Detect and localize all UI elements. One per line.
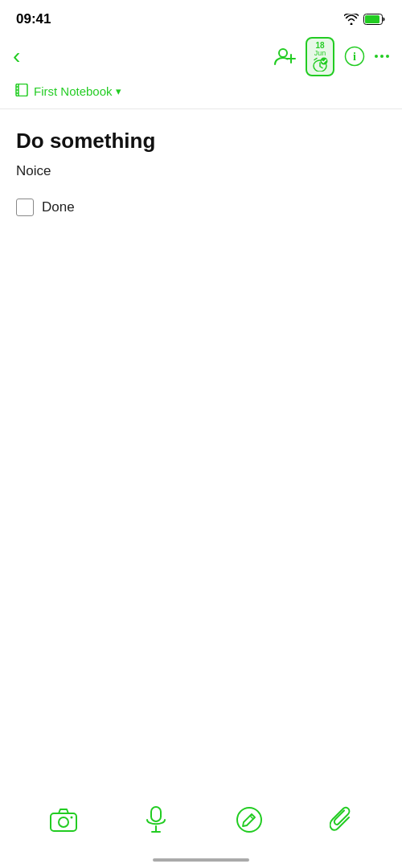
alarm-icon[interactable]: 18 Jun <box>306 37 334 76</box>
svg-rect-17 <box>151 807 161 821</box>
svg-point-16 <box>70 817 72 819</box>
svg-point-2 <box>279 49 287 57</box>
info-icon[interactable]: i <box>344 46 365 67</box>
svg-point-15 <box>59 817 68 827</box>
nav-actions: 18 Jun i <box>273 37 389 76</box>
status-bar: 09:41 <box>0 0 402 35</box>
home-indicator <box>153 858 249 862</box>
checkbox-done[interactable] <box>16 199 34 216</box>
notebook-chevron: ▾ <box>116 85 121 97</box>
alarm-month: Jun <box>314 50 326 57</box>
more-icon[interactable] <box>375 55 389 58</box>
camera-icon[interactable] <box>50 808 77 832</box>
status-time: 09:41 <box>16 11 51 27</box>
back-button[interactable]: ‹ <box>13 43 20 69</box>
note-body[interactable]: Noice <box>16 163 386 179</box>
bottom-toolbar <box>0 796 402 844</box>
add-user-icon[interactable] <box>273 47 296 66</box>
notebook-bar[interactable]: First Notebook ▾ <box>0 77 402 109</box>
microphone-icon[interactable] <box>144 806 168 833</box>
wifi-icon <box>344 14 359 25</box>
pen-icon[interactable] <box>236 806 263 833</box>
notebook-name: First Notebook <box>34 84 113 98</box>
battery-icon <box>363 14 386 25</box>
checkbox-item: Done <box>16 199 386 216</box>
svg-text:i: i <box>353 51 356 63</box>
alarm-day: 18 <box>315 42 324 50</box>
svg-rect-1 <box>365 15 379 23</box>
nav-bar: ‹ 18 Jun <box>0 35 402 77</box>
note-content: Do something Noice Done <box>0 109 402 216</box>
checkbox-done-label: Done <box>42 199 75 215</box>
note-title[interactable]: Do something <box>16 129 386 154</box>
notebook-icon <box>14 84 29 99</box>
svg-rect-14 <box>51 813 76 831</box>
attach-icon[interactable] <box>330 805 352 834</box>
status-icons <box>344 14 386 25</box>
svg-point-20 <box>237 808 261 832</box>
